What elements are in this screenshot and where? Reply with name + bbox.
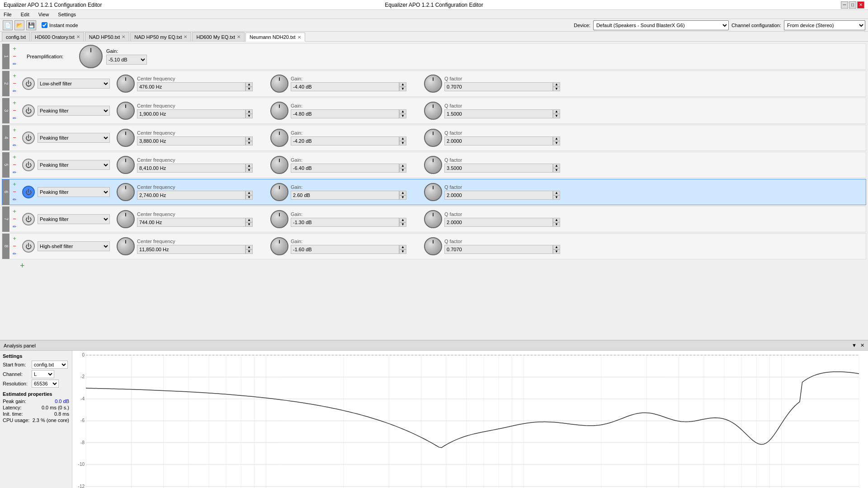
add-above-btn-3[interactable]: + — [9, 99, 19, 107]
knob-gain-3[interactable] — [268, 102, 291, 120]
close-tab-hd600-my-eq[interactable]: ✕ — [237, 34, 241, 39]
gain-dn-6[interactable]: ▼ — [399, 195, 406, 200]
gain-up-2[interactable]: ▲ — [399, 82, 406, 87]
q-up-5[interactable]: ▲ — [553, 164, 560, 168]
gain-dn-3[interactable]: ▼ — [399, 114, 406, 118]
menu-edit[interactable]: Edit — [19, 11, 31, 18]
cf-up-4[interactable]: ▲ — [245, 136, 253, 141]
q-factor-input-6[interactable] — [444, 191, 553, 200]
open-btn[interactable]: 📂 — [14, 20, 24, 30]
q-factor-input-5[interactable] — [444, 164, 553, 173]
gain-input-2[interactable] — [291, 82, 399, 91]
power-btn-7[interactable]: ⏻ — [22, 213, 35, 225]
center-freq-input-2[interactable] — [137, 82, 245, 91]
filter-type-select-8[interactable]: High-shelf filter — [38, 241, 110, 251]
gain-select[interactable]: -5.10 dB — [106, 55, 147, 65]
q-dn-8[interactable]: ▼ — [553, 249, 560, 254]
resolution-select[interactable]: 65536 — [32, 380, 59, 388]
device-dropdown[interactable]: Default (Speakers - Sound BlasterX G6) — [593, 20, 729, 30]
q-dn-2[interactable]: ▼ — [553, 87, 560, 91]
q-up-8[interactable]: ▲ — [553, 245, 560, 249]
add-above-btn-4[interactable]: + — [9, 127, 19, 134]
menu-view[interactable]: View — [37, 11, 51, 18]
add-above-btn-1[interactable]: + — [9, 45, 19, 52]
knob-cf-2[interactable] — [114, 75, 137, 93]
knob-q-6[interactable] — [422, 183, 444, 201]
preamp-knob[interactable] — [79, 45, 103, 68]
edit-btn-3[interactable]: ✏ — [9, 115, 19, 122]
q-up-7[interactable]: ▲ — [553, 218, 560, 222]
cf-dn-7[interactable]: ▼ — [245, 222, 253, 227]
q-dn-7[interactable]: ▼ — [553, 222, 560, 227]
close-btn[interactable]: ✕ — [857, 1, 864, 9]
q-dn-3[interactable]: ▼ — [553, 114, 560, 118]
maximize-btn[interactable]: □ — [849, 1, 856, 9]
filter-type-select-7[interactable]: Peaking filter — [38, 214, 110, 224]
q-up-4[interactable]: ▲ — [553, 136, 560, 141]
q-up-2[interactable]: ▲ — [553, 82, 560, 87]
channel-select[interactable]: L — [32, 370, 54, 378]
analysis-close-btn[interactable]: ✕ — [860, 343, 864, 348]
cf-dn-4[interactable]: ▼ — [245, 141, 253, 145]
gain-up-3[interactable]: ▲ — [399, 109, 406, 114]
cf-dn-5[interactable]: ▼ — [245, 168, 253, 173]
knob-gain-8[interactable] — [268, 237, 291, 255]
remove-btn-5[interactable]: − — [9, 161, 19, 169]
remove-btn-1[interactable]: − — [9, 53, 19, 60]
cf-up-7[interactable]: ▲ — [245, 218, 253, 222]
gain-up-7[interactable]: ▲ — [399, 218, 406, 222]
gain-input-6[interactable] — [291, 191, 399, 200]
gain-dn-2[interactable]: ▼ — [399, 87, 406, 91]
tab-nad-hp50[interactable]: NAD HP50.txt ✕ — [85, 32, 129, 41]
center-freq-input-4[interactable] — [137, 136, 245, 145]
menu-file[interactable]: File — [2, 11, 14, 18]
knob-gain-6[interactable] — [268, 183, 291, 201]
filter-type-select-6[interactable]: Peaking filter — [38, 187, 110, 197]
tab-neumann-ndh20[interactable]: Neumann NDH20.txt ✕ — [245, 33, 305, 42]
gain-input-4[interactable] — [291, 136, 399, 145]
cf-dn-3[interactable]: ▼ — [245, 114, 253, 118]
close-tab-neumann-ndh20[interactable]: ✕ — [297, 35, 301, 40]
power-btn-4[interactable]: ⏻ — [22, 131, 35, 144]
remove-btn-4[interactable]: − — [9, 134, 19, 141]
cf-up-2[interactable]: ▲ — [245, 82, 253, 87]
power-btn-5[interactable]: ⏻ — [22, 159, 35, 171]
remove-btn-8[interactable]: − — [9, 243, 19, 250]
channel-config-dropdown[interactable]: From device (Stereo) — [784, 20, 865, 30]
filter-type-select-4[interactable]: Peaking filter — [38, 133, 110, 143]
q-factor-input-4[interactable] — [444, 136, 553, 145]
knob-cf-5[interactable] — [114, 156, 137, 174]
cf-dn-8[interactable]: ▼ — [245, 249, 253, 254]
edit-btn-2[interactable]: ✏ — [9, 88, 19, 95]
knob-q-7[interactable] — [422, 210, 444, 228]
gain-input-5[interactable] — [291, 164, 399, 173]
q-factor-input-2[interactable] — [444, 82, 553, 91]
q-factor-input-7[interactable] — [444, 218, 553, 227]
center-freq-input-5[interactable] — [137, 164, 245, 173]
close-tab-nad-hp50-my-eq[interactable]: ✕ — [184, 34, 187, 39]
gain-dn-5[interactable]: ▼ — [399, 168, 406, 173]
gain-up-6[interactable]: ▲ — [399, 191, 406, 195]
q-factor-input-8[interactable] — [444, 245, 553, 254]
edit-btn-7[interactable]: ✏ — [9, 223, 19, 230]
center-freq-input-8[interactable] — [137, 245, 245, 254]
remove-btn-3[interactable]: − — [9, 107, 19, 114]
gain-dn-8[interactable]: ▼ — [399, 249, 406, 254]
gain-input-8[interactable] — [291, 245, 399, 254]
cf-dn-2[interactable]: ▼ — [245, 87, 253, 91]
knob-cf-3[interactable] — [114, 102, 137, 120]
q-dn-5[interactable]: ▼ — [553, 168, 560, 173]
remove-btn-6[interactable]: − — [9, 188, 19, 196]
knob-cf-7[interactable] — [114, 210, 137, 228]
power-btn-6[interactable]: ⏻ — [22, 186, 35, 198]
add-above-btn-2[interactable]: + — [9, 72, 19, 80]
q-up-6[interactable]: ▲ — [553, 191, 560, 195]
q-factor-input-3[interactable] — [444, 109, 553, 118]
filter-type-select-5[interactable]: Peaking filter — [38, 160, 110, 170]
tab-nad-hp50-my-eq[interactable]: NAD HP50 my EQ.txt ✕ — [130, 32, 191, 41]
knob-gain-7[interactable] — [268, 210, 291, 228]
filter-type-select-3[interactable]: Peaking filter — [38, 106, 110, 116]
power-btn-2[interactable]: ⏻ — [22, 77, 35, 90]
knob-gain-2[interactable] — [268, 75, 291, 93]
close-tab-hd600-oratory[interactable]: ✕ — [76, 34, 80, 39]
